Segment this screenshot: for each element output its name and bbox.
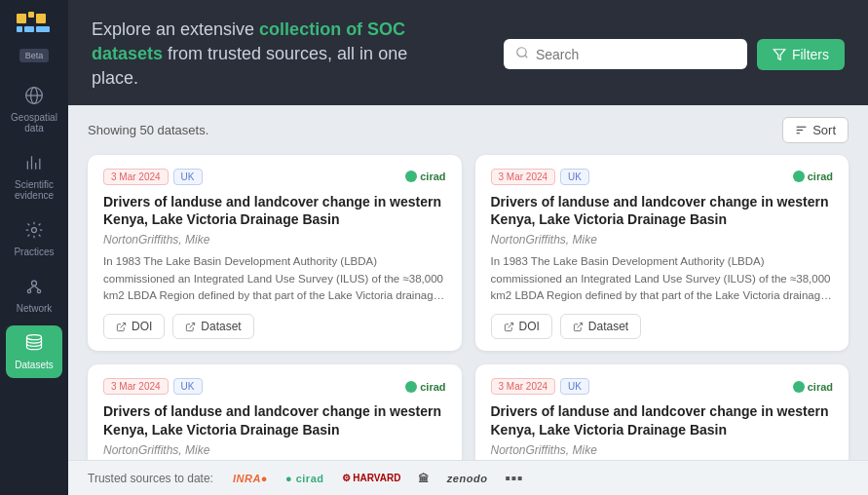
svg-rect-2 (36, 14, 46, 23)
app-logo (15, 10, 54, 43)
doi-label: DOI (519, 320, 540, 333)
cirad-dot (405, 381, 417, 393)
svg-line-28 (508, 323, 512, 327)
card-header: 3 Mar 2024 UK cirad (491, 169, 834, 185)
svg-point-14 (32, 281, 37, 286)
card-actions: DOI Dataset (103, 314, 446, 339)
cirad-dot (793, 381, 805, 393)
card-header: 3 Mar 2024 UK cirad (103, 169, 446, 185)
card-header: 3 Mar 2024 UK cirad (103, 378, 446, 395)
doi-label: DOI (132, 320, 152, 333)
inrae-logo: INRA● (233, 473, 268, 484)
source-logo: cirad (793, 381, 833, 393)
sort-button[interactable]: Sort (782, 117, 849, 143)
svg-rect-0 (17, 14, 26, 23)
card-tags: 3 Mar 2024 UK (103, 169, 203, 185)
svg-line-18 (34, 286, 39, 289)
sidebar-item-datasets[interactable]: Datasets (6, 325, 62, 378)
card-header: 3 Mar 2024 UK cirad (491, 378, 834, 395)
header-controls: Filters (504, 39, 845, 70)
network-icon (24, 277, 44, 299)
search-icon (515, 46, 529, 62)
cirad-dot (405, 171, 417, 182)
card-actions: DOI Dataset (491, 314, 834, 339)
doi-button[interactable]: DOI (103, 314, 165, 339)
sidebar-item-practices[interactable]: Practices (0, 212, 68, 265)
sidebar-item-network-label: Network (17, 303, 53, 314)
region-tag: UK (173, 378, 203, 395)
title-plain: Explore an extensive (92, 19, 259, 39)
table-row: 3 Mar 2024 UK cirad Drivers of landuse a… (88, 155, 462, 352)
card-description: In 1983 The Lake Basin Development Autho… (491, 253, 834, 304)
sort-label: Sort (812, 123, 836, 137)
svg-marker-22 (774, 50, 785, 60)
sidebar-item-scientific-label: Scientific evidence (4, 179, 64, 201)
datasets-icon (24, 333, 44, 356)
svg-point-16 (37, 289, 40, 292)
card-author: NortonGriffiths, Mike (491, 233, 834, 247)
dataset-label: Dataset (588, 320, 628, 333)
svg-rect-5 (36, 26, 50, 32)
dataset-button[interactable]: Dataset (172, 314, 253, 339)
logo4: 🏛 (418, 473, 430, 484)
dataset-button[interactable]: Dataset (560, 314, 641, 339)
sidebar-item-geospatial[interactable]: Geospatial data (0, 78, 68, 141)
svg-point-19 (27, 335, 42, 340)
content-area: Showing 50 datasets. Sort 3 Mar 2024 UK (68, 105, 868, 460)
region-tag: UK (560, 378, 589, 395)
svg-point-15 (27, 289, 30, 292)
sidebar-item-scientific[interactable]: Scientific evidence (0, 145, 68, 209)
sidebar-item-network[interactable]: Network (0, 269, 68, 322)
source-logo: cirad (405, 381, 445, 393)
zenodo-logo: zenodo (447, 473, 488, 484)
cirad-logo: ● cirad (285, 473, 324, 484)
card-title: Drivers of landuse and landcover change … (491, 193, 834, 230)
search-input[interactable] (536, 47, 736, 62)
card-title: Drivers of landuse and landcover change … (103, 402, 446, 439)
card-author: NortonGriffiths, Mike (103, 443, 446, 457)
source-name: cirad (420, 381, 445, 393)
trusted-label: Trusted sources to date: (88, 472, 213, 485)
page-title: Explore an extensive collection of SOC d… (92, 18, 442, 92)
svg-point-20 (517, 48, 526, 57)
page-header: Explore an extensive collection of SOC d… (68, 0, 868, 105)
showing-count: Showing 50 datasets. (88, 123, 208, 137)
svg-line-21 (525, 56, 528, 58)
table-row: 3 Mar 2024 UK cirad Drivers of landuse a… (475, 364, 849, 460)
card-title: Drivers of landuse and landcover change … (103, 193, 446, 230)
source-logo: cirad (405, 171, 445, 182)
practices-icon (24, 220, 44, 243)
region-tag: UK (560, 169, 589, 185)
source-name: cirad (808, 381, 833, 393)
card-author: NortonGriffiths, Mike (491, 443, 834, 457)
geospatial-icon (24, 86, 44, 108)
main-content: Explore an extensive collection of SOC d… (68, 0, 868, 495)
svg-rect-3 (17, 26, 22, 32)
svg-point-13 (32, 228, 37, 233)
date-tag: 3 Mar 2024 (103, 378, 169, 395)
filter-label: Filters (792, 47, 829, 62)
card-author: NortonGriffiths, Mike (103, 233, 446, 247)
search-box[interactable] (504, 39, 747, 69)
datasets-grid: 3 Mar 2024 UK cirad Drivers of landuse a… (88, 155, 849, 460)
sidebar: Beta Geospatial data Scientific evidence… (0, 0, 68, 495)
doi-button[interactable]: DOI (491, 314, 552, 339)
cirad-dot (793, 171, 805, 182)
svg-rect-1 (28, 12, 34, 18)
page-footer: Trusted sources to date: INRA● ● cirad ⚙… (68, 460, 868, 495)
content-header: Showing 50 datasets. Sort (88, 117, 849, 143)
card-title: Drivers of landuse and landcover change … (491, 402, 834, 439)
card-tags: 3 Mar 2024 UK (103, 378, 203, 395)
svg-line-29 (577, 323, 582, 327)
date-tag: 3 Mar 2024 (491, 169, 556, 185)
sidebar-item-practices-label: Practices (14, 247, 54, 257)
source-name: cirad (808, 171, 833, 182)
filter-button[interactable]: Filters (757, 39, 845, 70)
source-logo: cirad (793, 171, 833, 182)
beta-badge: Beta (19, 49, 50, 62)
sidebar-item-datasets-label: Datasets (15, 360, 53, 370)
region-tag: UK (173, 169, 203, 185)
card-description: In 1983 The Lake Basin Development Autho… (103, 253, 446, 304)
svg-line-26 (121, 323, 126, 327)
card-tags: 3 Mar 2024 UK (491, 169, 590, 185)
